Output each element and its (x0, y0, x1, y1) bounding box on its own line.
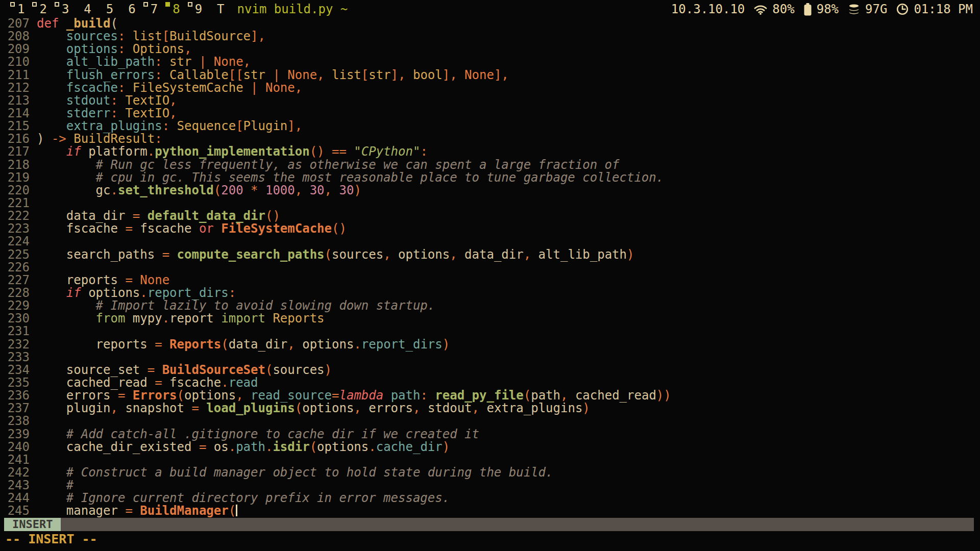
workspace-3[interactable]: 3 (55, 2, 69, 17)
code-token: stdout (66, 93, 111, 108)
code-token: cache_dir (376, 440, 443, 454)
code-line-214[interactable]: 214 stderr: TextIO, (0, 107, 980, 120)
code-token: ) (443, 337, 450, 352)
code-line-235[interactable]: 235 cached_read = fscache.read (0, 377, 980, 389)
workspace-9[interactable]: 9 (188, 2, 202, 17)
code-line-209[interactable]: 209 options: Options, (0, 43, 980, 56)
code-line-221[interactable]: 221 (0, 197, 980, 210)
code-token: [ (162, 29, 169, 43)
code-line-224[interactable]: 224 (0, 235, 980, 248)
code-line-243[interactable]: 243 # (0, 479, 980, 492)
code-line-211[interactable]: 211 flush_errors: Callable[[str | None, … (0, 69, 980, 82)
code-line-218[interactable]: 218 # Run gc less frequently, as otherwi… (0, 159, 980, 171)
code-token: plugin (37, 401, 111, 415)
code-line-237[interactable]: 237 plugin, snapshot = load_plugins(opti… (0, 402, 980, 415)
code-token: [ (361, 68, 369, 82)
workspace-T[interactable]: T (210, 2, 224, 17)
code-line-208[interactable]: 208 sources: list[BuildSource], (0, 30, 980, 43)
vim-statusline: INSERT (4, 518, 974, 531)
code-line-239[interactable]: 239 # Add catch-all .gitignore to cache … (0, 428, 980, 441)
code-token: platform (81, 144, 148, 159)
code-token: str (243, 68, 265, 82)
code-line-228[interactable]: 228 if options.report_dirs: (0, 287, 980, 299)
workspace-8[interactable]: 8 (165, 2, 180, 17)
line-number: 224 (0, 235, 30, 248)
code-line-210[interactable]: 210 alt_lib_path: str | None, (0, 56, 980, 68)
code-line-212[interactable]: 212 fscache: FileSystemCache | None, (0, 82, 980, 94)
code-token: = (191, 401, 206, 415)
code-line-229[interactable]: 229 # Import lazily to avoid slowing dow… (0, 299, 980, 312)
editor-buffer[interactable]: 207def _build(208 sources: list[BuildSou… (0, 17, 980, 517)
code-line-230[interactable]: 230 from mypy.report import Reports (0, 312, 980, 325)
text-cursor (236, 505, 237, 516)
line-number: 211 (0, 69, 30, 82)
code-line-236[interactable]: 236 errors = Errors(options, read_source… (0, 389, 980, 402)
code-line-233[interactable]: 233 (0, 351, 980, 364)
code-line-234[interactable]: 234 source_set = BuildSourceSet(sources) (0, 364, 980, 377)
status-item: 80% (754, 2, 794, 16)
line-number: 220 (0, 184, 30, 197)
workspace-6[interactable]: 6 (121, 2, 135, 17)
line-number: 214 (0, 107, 30, 120)
code-token: BuildSourceSet (162, 363, 265, 377)
code-line-215[interactable]: 215 extra_plugins: Sequence[Plugin], (0, 120, 980, 133)
code-line-238[interactable]: 238 (0, 415, 980, 428)
code-token: )) (656, 388, 671, 403)
code-line-225[interactable]: 225 search_paths = compute_search_paths(… (0, 248, 980, 261)
code-line-242[interactable]: 242 # Construct a build manager object t… (0, 466, 980, 479)
status-item: 98% (804, 2, 839, 16)
code-line-244[interactable]: 244 # Ignore current directory prefix in… (0, 492, 980, 505)
code-token: ) (37, 132, 52, 146)
workspace-7[interactable]: 7 (143, 2, 158, 17)
code-line-240[interactable]: 240 cache_dir_existed = os.path.isdir(op… (0, 441, 980, 454)
code-token: , (111, 401, 126, 415)
workspace-marker (165, 2, 170, 7)
status-text: 80% (772, 2, 794, 16)
code-token: . (229, 440, 236, 454)
status-text: 01:18 PM (914, 2, 973, 16)
code-token: = (332, 388, 339, 403)
code-line-219[interactable]: 219 # cpu in gc. This seems the most rea… (0, 171, 980, 184)
code-token: 200 (221, 183, 243, 197)
code-line-217[interactable]: 217 if platform.python_implementation() … (0, 145, 980, 158)
code-line-223[interactable]: 223 fscache = fscache or FileSystemCache… (0, 222, 980, 235)
code-token: stderr (66, 106, 111, 120)
code-line-222[interactable]: 222 data_dir = default_data_dir() (0, 210, 980, 222)
mode-badge: INSERT (4, 518, 61, 531)
code-token (37, 298, 96, 313)
battery-icon (804, 3, 812, 16)
code-line-226[interactable]: 226 (0, 261, 980, 274)
code-token: | None, (265, 68, 332, 82)
code-token: read_py_file (435, 388, 523, 403)
workspace-1[interactable]: 1 (10, 2, 24, 17)
code-token: alt_lib_path (66, 55, 155, 69)
workspace-4[interactable]: 4 (77, 2, 91, 17)
code-token: : (111, 93, 126, 108)
status-item: 97G (848, 2, 887, 16)
code-token: , (184, 42, 191, 56)
code-line-213[interactable]: 213 stdout: TextIO, (0, 94, 980, 107)
code-token: os (214, 440, 229, 454)
code-line-216[interactable]: 216) -> BuildResult: (0, 133, 980, 145)
wifi-icon (754, 4, 767, 15)
code-line-245[interactable]: 245 manager = BuildManager( (0, 505, 980, 517)
line-number: 240 (0, 441, 30, 454)
code-line-227[interactable]: 227 reports = None (0, 274, 980, 287)
code-token: # Import lazily to avoid slowing down st… (96, 298, 435, 313)
code-token: () (265, 209, 280, 223)
code-token: or (199, 221, 221, 236)
code-line-220[interactable]: 220 gc.set_threshold(200 * 1000, 30, 30) (0, 184, 980, 197)
status-text: 97G (865, 2, 887, 16)
code-line-232[interactable]: 232 reports = Reports(data_dir, options.… (0, 338, 980, 351)
code-line-231[interactable]: 231 (0, 325, 980, 338)
code-token: = (155, 375, 169, 390)
code-line-207[interactable]: 207def _build( (0, 17, 980, 30)
workspace-5[interactable]: 5 (99, 2, 113, 17)
code-token: TextIO (125, 93, 169, 108)
code-token: ( (229, 504, 236, 518)
code-token: snapshot (125, 401, 191, 415)
code-line-241[interactable]: 241 (0, 454, 980, 466)
workspace-2[interactable]: 2 (32, 2, 46, 17)
code-token: , (169, 106, 177, 120)
code-token: ) (325, 363, 332, 377)
